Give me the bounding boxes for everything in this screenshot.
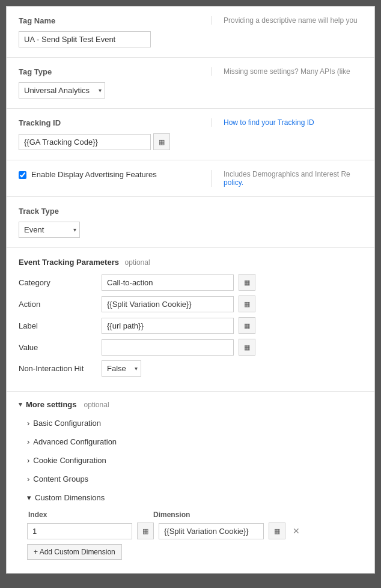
dim-index-header: Index [28,511,148,519]
content-groups-section: › Content Groups [27,472,362,486]
tag-type-left: Tag Type Universal Analytics Google Anal… [19,67,205,99]
cookie-config-section: › Cookie Configuration [27,453,362,467]
dim-index-input-0[interactable] [27,523,132,539]
value-label: Value [19,343,97,352]
content-groups-header[interactable]: › Content Groups [27,472,362,486]
more-settings-optional: optional [84,401,109,409]
tag-name-left: Tag Name [19,16,205,47]
track-type-section: Track Type Event Pageview Transaction So… [7,197,374,248]
content-groups-expand-icon: › [27,474,29,483]
track-type-label: Track Type [19,207,362,216]
add-custom-dimension-button[interactable]: + Add Custom Dimension [27,544,122,560]
advanced-config-header[interactable]: › Advanced Configuration [27,435,362,449]
more-settings-collapse-icon: ▾ [19,401,22,408]
custom-dim-collapse-icon: ▾ [27,493,31,502]
tag-name-hint: Providing a descriptive name will help y… [211,16,362,25]
custom-dimensions-header[interactable]: ▾ Custom Dimensions [27,491,362,505]
non-interaction-label: Non-Interaction Hit [19,364,97,373]
tag-name-section: Tag Name Providing a descriptive name wi… [7,7,374,58]
tag-name-input[interactable] [19,31,151,47]
tracking-id-input-row: ▦ [19,133,205,150]
label-row: Label ▦ [19,317,362,334]
tracking-id-hint: How to find your Tracking ID [211,118,362,127]
track-type-select[interactable]: Event Pageview Transaction Social Timing [19,222,80,238]
content-groups-label: Content Groups [33,474,88,483]
cookie-config-label: Cookie Configuration [33,456,106,465]
dim-index-variable-icon-0[interactable]: ▦ [137,523,154,539]
basic-config-label: Basic Configuration [33,419,101,428]
category-row: Category ▦ [19,274,362,291]
basic-config-expand-icon: › [27,419,29,428]
tag-name-input-row [19,31,205,47]
advanced-config-label: Advanced Configuration [33,437,117,446]
tracking-id-section: Tracking ID ▦ How to find your Tracking … [7,109,374,160]
event-params-section: Event Tracking Parameters optional Categ… [7,248,374,392]
cookie-config-header[interactable]: › Cookie Configuration [27,453,362,467]
tracking-id-left: Tracking ID ▦ [19,118,205,150]
tag-name-label: Tag Name [19,16,205,25]
non-interaction-select-wrapper: False True ▾ [102,360,141,377]
category-variable-icon[interactable]: ▦ [239,274,255,291]
label-input[interactable] [102,318,234,334]
track-type-select-wrapper: Event Pageview Transaction Social Timing… [19,222,80,238]
advanced-config-expand-icon: › [27,437,29,446]
more-settings-label: More settings [26,400,77,409]
tag-config-panel: Tag Name Providing a descriptive name wi… [6,6,375,574]
event-params-optional: optional [125,258,150,267]
custom-dimensions-section: ▾ Custom Dimensions Index Dimension ▦ ▦ … [27,491,362,560]
display-adv-policy-link[interactable]: policy. [224,178,243,187]
more-settings-header[interactable]: ▾ More settings optional [19,400,362,409]
tracking-id-link[interactable]: How to find your Tracking ID [224,118,314,127]
non-interaction-row: Non-Interaction Hit False True ▾ [19,360,362,377]
category-input[interactable] [102,274,234,291]
action-variable-icon[interactable]: ▦ [239,296,255,312]
dim-dimension-variable-icon-0[interactable]: ▦ [269,523,285,539]
tag-type-section: Tag Type Universal Analytics Google Anal… [7,58,374,109]
display-adv-checkbox-row: Enable Display Advertising Features [19,170,205,179]
tag-type-label: Tag Type [19,67,205,76]
tracking-id-variable-icon[interactable]: ▦ [153,133,170,150]
tag-type-hint: Missing some settings? Many APIs (like [211,67,362,76]
display-adv-section: Enable Display Advertising Features Incl… [7,160,374,197]
basic-config-section: › Basic Configuration [27,416,362,430]
tag-name-row: Tag Name Providing a descriptive name wi… [19,16,362,47]
display-adv-hint: Includes Demographics and Interest Re po… [211,170,362,187]
more-settings-section: ▾ More settings optional › Basic Configu… [7,392,374,573]
display-adv-row: Enable Display Advertising Features Incl… [19,170,362,187]
advanced-config-section: › Advanced Configuration [27,435,362,449]
value-input[interactable] [102,339,234,356]
dim-table-headers: Index Dimension [27,511,362,519]
category-label: Category [19,278,97,287]
display-adv-label: Enable Display Advertising Features [31,170,157,179]
action-input[interactable] [102,296,234,312]
tracking-id-label: Tracking ID [19,118,205,127]
action-row: Action ▦ [19,296,362,312]
custom-dimensions-label: Custom Dimensions [35,493,105,502]
tracking-id-row: Tracking ID ▦ How to find your Tracking … [19,118,362,150]
tag-type-select[interactable]: Universal Analytics Google Analytics 4 [19,82,105,99]
non-interaction-select[interactable]: False True [102,360,141,377]
value-row: Value ▦ [19,339,362,356]
cookie-config-expand-icon: › [27,456,29,465]
basic-config-header[interactable]: › Basic Configuration [27,416,362,430]
dim-dimension-input-0[interactable] [159,523,264,539]
tag-type-row: Tag Type Universal Analytics Google Anal… [19,67,362,99]
tracking-id-input[interactable] [19,134,151,150]
dim-delete-btn-0[interactable]: ✕ [290,525,302,537]
event-params-header: Event Tracking Parameters optional [19,258,362,267]
label-variable-icon[interactable]: ▦ [239,317,255,334]
dim-row-0: ▦ ▦ ✕ [27,523,362,539]
tag-type-select-wrapper: Universal Analytics Google Analytics 4 ▾ [19,82,105,99]
display-adv-left: Enable Display Advertising Features [19,170,205,179]
value-variable-icon[interactable]: ▦ [239,339,255,356]
action-label: Action [19,300,97,309]
label-label: Label [19,321,97,330]
dim-dimension-header: Dimension [153,511,362,519]
display-adv-checkbox[interactable] [19,171,26,179]
